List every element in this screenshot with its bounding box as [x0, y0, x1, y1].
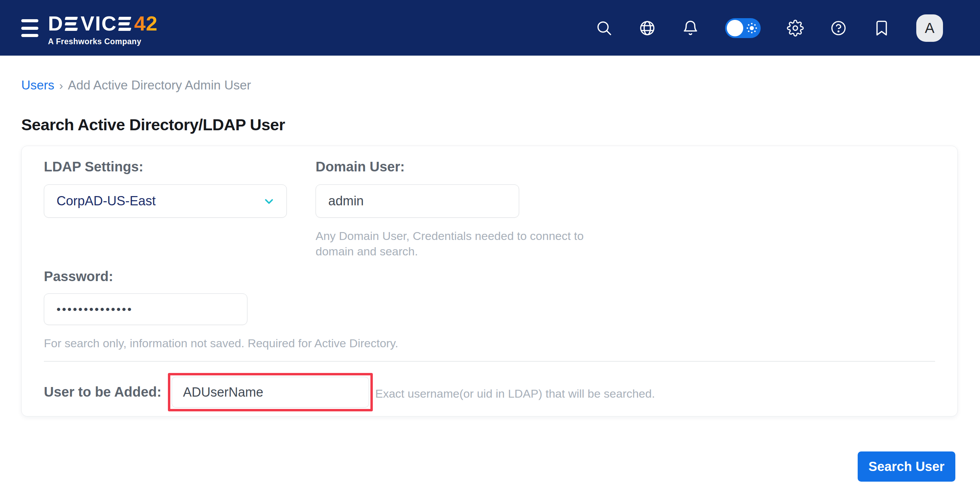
highlight-annotation-box — [168, 373, 373, 411]
logo-letter-d: D — [48, 13, 64, 34]
search-ldap-form-card: LDAP Settings: CorpAD-US-East Domain Use… — [21, 146, 958, 417]
password-helper: For search only, information not saved. … — [44, 336, 523, 351]
ldap-settings-value: CorpAD-US-East — [57, 194, 156, 209]
domain-user-input[interactable] — [316, 185, 519, 218]
bookmark-icon[interactable] — [873, 19, 890, 37]
user-avatar[interactable]: A — [916, 14, 943, 42]
password-label: Password: — [44, 269, 113, 284]
logo-42: 42 — [134, 13, 158, 34]
header-actions: A — [595, 0, 943, 56]
logo-letters-vic: VIC — [81, 13, 117, 34]
bell-icon[interactable] — [682, 19, 699, 37]
sun-icon — [746, 22, 758, 34]
menu-hamburger-icon[interactable] — [21, 19, 38, 37]
page-title: Search Active Directory/LDAP User — [21, 115, 285, 134]
user-to-be-added-label: User to be Added: — [44, 384, 161, 400]
breadcrumb-link-users[interactable]: Users — [21, 78, 54, 92]
settings-gear-icon[interactable] — [787, 19, 804, 37]
logo-e-glyph — [119, 16, 132, 32]
search-icon[interactable] — [595, 19, 612, 37]
toggle-knob — [727, 20, 743, 37]
breadcrumb-current: Add Active Directory Admin User — [68, 78, 251, 92]
ldap-settings-select[interactable]: CorpAD-US-East — [44, 185, 287, 218]
domain-user-label: Domain User: — [316, 159, 405, 175]
search-user-button[interactable]: Search User — [858, 452, 955, 482]
password-input[interactable] — [44, 293, 247, 325]
breadcrumb-separator: › — [59, 79, 63, 92]
domain-user-helper: Any Domain User, Credentials needed to c… — [316, 228, 624, 259]
avatar-letter: A — [925, 20, 934, 37]
globe-icon[interactable] — [639, 19, 656, 37]
theme-toggle[interactable] — [725, 18, 761, 38]
user-to-be-added-input[interactable] — [172, 377, 369, 407]
chevron-down-icon — [262, 195, 275, 208]
section-divider — [44, 361, 935, 362]
ldap-settings-label: LDAP Settings: — [44, 159, 143, 175]
device42-logo[interactable]: D VIC 42 A Freshworks Company — [48, 13, 158, 46]
page: D VIC 42 A Freshworks Company — [0, 0, 980, 495]
top-navbar: D VIC 42 A Freshworks Company — [0, 0, 980, 56]
user-to-be-added-helper: Exact username(or uid in LDAP) that will… — [375, 386, 872, 401]
breadcrumb: Users › Add Active Directory Admin User — [21, 78, 251, 92]
help-icon[interactable] — [830, 19, 847, 37]
logo-tagline: A Freshworks Company — [48, 37, 158, 46]
logo-e-glyph — [65, 16, 79, 32]
